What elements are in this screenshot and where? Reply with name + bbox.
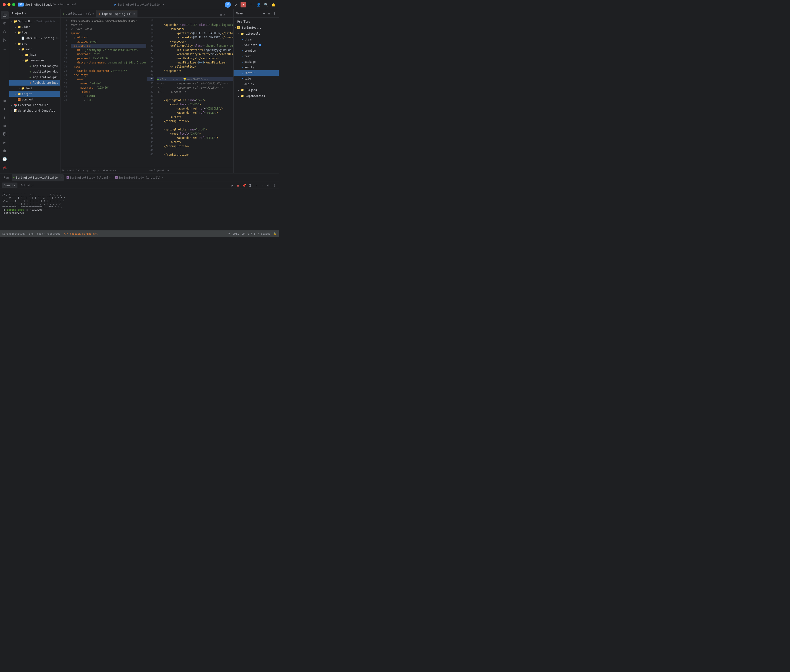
tab-action-more[interactable]: ⋮ [176,12,181,18]
right-code-editor[interactable]: 1516171819 2021222324 2526272829 3031323… [147,18,233,168]
stop-button[interactable]: ■ [240,2,246,8]
bottom-tab-springbootapp[interactable]: ▶ SpringBootStudyApplication ✕ [12,174,64,181]
maven-deploy[interactable]: ⚡ deploy [234,82,279,87]
tree-item-target[interactable]: ▸ 📁 target [9,91,60,97]
tab-appyml[interactable]: ◈ application.yml ✕ [61,10,96,18]
maven-refresh[interactable]: ↺ [262,11,266,16]
bottom-tab-run[interactable]: Run [2,174,11,181]
tree-item-log[interactable]: ▾ 📁 log [9,30,60,35]
left-code-editor[interactable]: 123 456 789 101112 131415 161718 1920 ##… [61,18,147,168]
maven-collapse[interactable]: ⊟ [267,11,271,16]
log-folder-icon: 📁 [17,31,21,34]
tree-item-appyml[interactable]: ▸ ◈ application.yml [9,63,60,69]
console-scroll-up[interactable]: ↑ [253,183,259,188]
code-line-4: spring: [71,31,146,35]
tab-logbackxml[interactable]: ◈ logback-spring.xml ✕ [96,10,138,18]
actuator-subtab[interactable]: Actuator [19,182,36,188]
tree-item-extlibs[interactable]: ▸ 📚 External Libraries [9,102,60,108]
sidebar-icon-up[interactable]: ↑ [1,113,9,121]
bottom-tab-install[interactable]: 🅼 SpringBootStudy [install] ✕ [114,174,165,181]
maven-plugins[interactable]: ▸ 📁 Plugins [234,87,279,93]
tree-item-idea[interactable]: ▸ 📁 .idea [9,24,60,30]
sidebar-icon-git[interactable] [1,19,9,27]
maven-more[interactable]: ⋮ [272,11,276,16]
sidebar-icon-play[interactable]: ▶ [1,138,9,146]
settings-icon[interactable]: ⚙ [233,2,238,7]
version-control-label[interactable]: Version control [53,3,77,6]
console-restart[interactable]: ↺ [229,183,234,188]
tree-item-root[interactable]: ▾ 📁 SpringBootStudy ~/Desktop/CS/Ja... [9,19,60,24]
position-status[interactable]: 29:1 [232,232,239,235]
notification-icon[interactable]: 🔔 [271,2,276,7]
console-content[interactable]: . ____ _ __ _ _ /\\ / ___'_ __ _ _(_)_ _… [0,189,279,230]
sidebar-icon-terminal[interactable]: ⊡ [1,96,9,104]
maven-lifecycle[interactable]: ▾ 📁 Lifecycle [234,31,279,37]
maven-clean[interactable]: ⚡ clean [234,37,279,42]
more-icon[interactable]: ⋮ [248,2,253,7]
maven-install[interactable]: ⚡ install [234,70,279,76]
maven-validate[interactable]: ⚡ validate [234,42,279,48]
sidebar-icon-run[interactable] [1,36,9,44]
sidebar-icon-search[interactable] [1,28,9,36]
console-subtab[interactable]: Console [2,182,18,188]
maximize-button[interactable] [12,3,15,6]
tab-close-logbackxml[interactable]: ✕ [133,12,135,15]
console-clear[interactable]: 🗑 [247,183,253,188]
run-config-name[interactable]: SpringBootStudyApplication [118,3,162,6]
console-pin[interactable]: 📌 [242,183,247,188]
maven-dependencies[interactable]: ▸ 📁 Dependencies [234,93,279,99]
console-scroll-down[interactable]: ↓ [260,183,265,188]
tree-item-main[interactable]: ▾ 📁 main [9,46,60,52]
user-avatar[interactable]: SB [225,2,231,8]
tree-item-prodyml[interactable]: ▸ ◈ application-prod.yml [9,74,60,80]
breadcrumb-status[interactable]: SpringBootStudy › src › main › resources… [2,232,98,235]
tree-item-devyml[interactable]: ▸ ◈ application-dev.yml [9,69,60,74]
console-stop[interactable]: ■ [236,183,240,188]
deploy-label: deploy [245,83,254,86]
sidebar-icon-bug[interactable]: 🐞 [1,163,9,171]
line-ending-status[interactable]: LF [242,232,245,235]
console-more[interactable]: ⋮ [272,183,277,188]
minimize-button[interactable] [8,3,10,6]
tree-item-pom[interactable]: ▸ 🅼 pom.xml [9,97,60,102]
install-tab-close[interactable]: ✕ [162,176,163,179]
tree-item-scratches[interactable]: ▸ 📝 Scratches and Consoles [9,108,60,114]
indent-status[interactable]: 4 spaces [258,232,270,235]
tree-item-test[interactable]: ▸ 📁 test [9,86,60,91]
sidebar-icon-trash[interactable]: 🗑 [1,147,9,155]
git-status[interactable]: V [228,232,230,235]
lock-status[interactable]: 🔒 [273,232,276,235]
sidebar-icon-down[interactable]: ↓ [1,105,9,113]
sidebar-icon-clock[interactable]: 🕐 [1,155,9,163]
maven-package[interactable]: ⚡ package [234,59,279,65]
springbootapp-close[interactable]: ✕ [61,176,62,179]
sidebar-icon-image[interactable]: 🖼 [1,130,9,138]
project-dropdown-icon[interactable]: ▾ [25,12,26,14]
sidebar-icon-split[interactable]: ⊞ [1,122,9,130]
sidebar-icon-more[interactable]: ⋯ [1,46,9,53]
maven-test[interactable]: ⚡ test [234,53,279,59]
console-settings[interactable]: ⚙ [266,183,271,188]
tree-item-java[interactable]: ▸ 📁 java [9,52,60,58]
actuator-label: Actuator [21,184,34,187]
project-panel-header: Project ▾ [9,9,60,18]
tree-item-logfile[interactable]: ▸ 📄 2024-06-12-spring-0.log [9,35,60,41]
maven-springboot[interactable]: ▾ 🅼 SpringBoo... [234,25,279,31]
user-icon[interactable]: 👤 [256,2,261,7]
tree-item-resources[interactable]: ▾ 📁 resources [9,58,60,63]
close-button[interactable] [3,3,6,6]
maven-site[interactable]: ⚡ site [234,76,279,82]
encoding-status[interactable]: UTF-8 [247,232,255,235]
search-icon[interactable]: 🔍 [263,2,268,7]
maven-verify[interactable]: ⚡ verify [234,65,279,70]
test-icon: ⚡ [242,55,244,58]
clean-tab-close[interactable]: ✕ [109,176,111,179]
right-editor-more[interactable]: ⋮ [226,12,231,18]
maven-compile[interactable]: ⚡ compile [234,48,279,53]
bottom-tab-clean[interactable]: 🅼 SpringBootStudy [clean] ✕ [65,174,112,181]
tree-item-logbackxml[interactable]: ▸ ◈ logback-spring.xml [9,80,60,86]
maven-profiles[interactable]: ▸ Profiles [234,19,279,25]
tab-close-appyml[interactable]: ✕ [92,12,94,15]
sidebar-icon-folder[interactable] [1,11,9,19]
tree-item-src[interactable]: ▾ 📁 src [9,41,60,46]
